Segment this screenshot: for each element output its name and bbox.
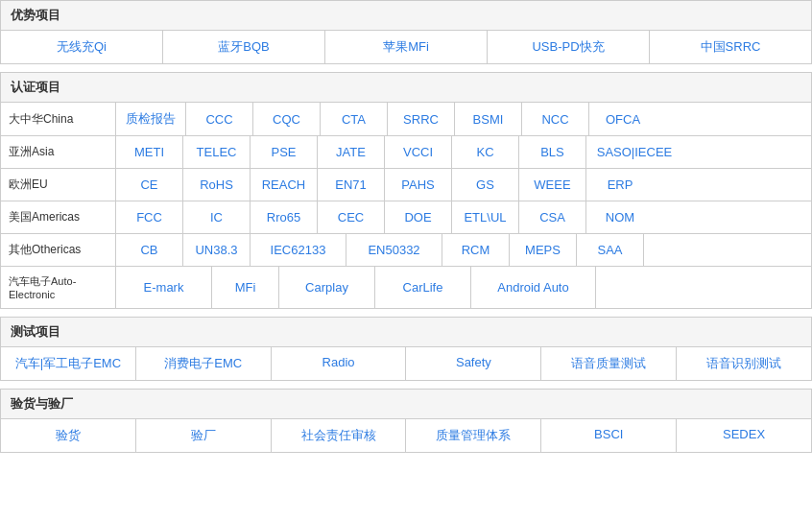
cert-cell-0-6[interactable]: NCC (522, 103, 589, 135)
cert-cell-2-5[interactable]: GS (452, 169, 519, 201)
cert-cell-5-1[interactable]: MFi (212, 267, 279, 308)
advantage-item-3[interactable]: USB-PD快充 (488, 31, 650, 63)
cert-cell-4-0[interactable]: CB (116, 234, 183, 266)
test-row: 汽车|军工电子EMC 消费电子EMC Radio Safety 语音质量测试 语… (1, 347, 811, 380)
certification-header: 认证项目 (1, 73, 811, 103)
advantage-item-1[interactable]: 蓝牙BQB (163, 31, 325, 63)
advantage-section: 优势项目 无线充Qi 蓝牙BQB 苹果MFi USB-PD快充 中国SRRC (0, 0, 812, 64)
test-item-3[interactable]: Safety (406, 347, 541, 380)
cert-row-5: 汽车电子Auto-Electronic E-mark MFi Carplay C… (1, 267, 811, 308)
cert-cells-4: CB UN38.3 IEC62133 EN50332 RCM MEPS SAA (116, 234, 811, 266)
cert-cells-2: CE RoHS REACH EN71 PAHS GS WEEE ERP (116, 169, 811, 201)
test-item-5[interactable]: 语音识别测试 (677, 347, 811, 380)
advantage-header: 优势项目 (1, 1, 811, 31)
cert-cell-2-1[interactable]: RoHS (183, 169, 251, 201)
cert-row-1: 亚洲Asia METI TELEC PSE JATE VCCI KC BLS S… (1, 136, 811, 169)
test-item-2[interactable]: Radio (272, 347, 407, 380)
cert-cell-5-0[interactable]: E-mark (116, 267, 212, 308)
cert-cell-4-3[interactable]: EN50332 (346, 234, 442, 266)
cert-cell-4-6[interactable]: SAA (577, 234, 644, 266)
cert-cells-3: FCC IC Rro65 CEC DOE ETL\UL CSA NOM (116, 201, 811, 233)
cert-row-3: 美国Americas FCC IC Rro65 CEC DOE ETL\UL C… (1, 201, 811, 234)
cert-cell-2-3[interactable]: EN71 (318, 169, 385, 201)
cert-cell-0-5[interactable]: BSMI (455, 103, 522, 135)
cert-cell-1-5[interactable]: KC (452, 136, 519, 168)
test-header: 测试项目 (1, 318, 811, 347)
inspection-item-1[interactable]: 验厂 (136, 419, 272, 452)
cert-label-4: 其他Othericas (1, 234, 116, 266)
cert-label-1: 亚洲Asia (1, 136, 116, 168)
cert-cell-1-6[interactable]: BLS (519, 136, 586, 168)
cert-cell-1-4[interactable]: VCCI (385, 136, 452, 168)
cert-row-0: 大中华China 质检报告 CCC CQC CTA SRRC BSMI NCC … (1, 103, 811, 136)
test-item-1[interactable]: 消费电子EMC (136, 347, 272, 380)
cert-cell-1-3[interactable]: JATE (318, 136, 385, 168)
test-item-0[interactable]: 汽车|军工电子EMC (1, 347, 136, 380)
cert-cell-0-7[interactable]: OFCA (589, 103, 657, 135)
cert-label-3: 美国Americas (1, 201, 116, 233)
cert-cell-0-0[interactable]: 质检报告 (116, 103, 186, 135)
cert-cell-4-5[interactable]: MEPS (510, 234, 577, 266)
cert-cell-3-2[interactable]: Rro65 (251, 201, 318, 233)
cert-cell-1-2[interactable]: PSE (251, 136, 318, 168)
cert-cell-3-3[interactable]: CEC (318, 201, 385, 233)
inspection-item-3[interactable]: 质量管理体系 (406, 419, 541, 452)
advantage-item-4[interactable]: 中国SRRC (650, 31, 811, 63)
cert-cells-0: 质检报告 CCC CQC CTA SRRC BSMI NCC OFCA (116, 103, 811, 135)
cert-label-2: 欧洲EU (1, 169, 116, 201)
cert-cell-3-0[interactable]: FCC (116, 201, 183, 233)
cert-cells-5: E-mark MFi Carplay CarLife Android Auto (116, 267, 811, 308)
cert-cells-1: METI TELEC PSE JATE VCCI KC BLS SASO|IEC… (116, 136, 811, 168)
cert-cell-2-2[interactable]: REACH (251, 169, 318, 201)
advantage-row: 无线充Qi 蓝牙BQB 苹果MFi USB-PD快充 中国SRRC (1, 31, 811, 63)
cert-cell-3-5[interactable]: ETL\UL (452, 201, 519, 233)
certification-section: 认证项目 大中华China 质检报告 CCC CQC CTA SRRC BSMI… (0, 72, 812, 309)
cert-cell-2-6[interactable]: WEEE (519, 169, 586, 201)
cert-cell-3-1[interactable]: IC (183, 201, 251, 233)
inspection-item-4[interactable]: BSCI (541, 419, 677, 452)
cert-cell-4-4[interactable]: RCM (442, 234, 510, 266)
cert-cell-5-4[interactable]: Android Auto (471, 267, 596, 308)
cert-cell-3-7[interactable]: NOM (586, 201, 654, 233)
cert-cell-3-4[interactable]: DOE (385, 201, 452, 233)
inspection-item-5[interactable]: SEDEX (677, 419, 811, 452)
cert-cell-4-7 (644, 234, 711, 266)
inspection-section: 验货与验厂 验货 验厂 社会责任审核 质量管理体系 BSCI SEDEX (0, 389, 812, 453)
cert-cell-2-4[interactable]: PAHS (385, 169, 452, 201)
cert-cell-2-0[interactable]: CE (116, 169, 183, 201)
cert-cell-3-6[interactable]: CSA (519, 201, 586, 233)
cert-cell-4-2[interactable]: IEC62133 (251, 234, 346, 266)
cert-cell-0-1[interactable]: CCC (186, 103, 253, 135)
cert-row-4: 其他Othericas CB UN38.3 IEC62133 EN50332 R… (1, 234, 811, 267)
advantage-item-2[interactable]: 苹果MFi (325, 31, 488, 63)
test-section: 测试项目 汽车|军工电子EMC 消费电子EMC Radio Safety 语音质… (0, 317, 812, 381)
inspection-row: 验货 验厂 社会责任审核 质量管理体系 BSCI SEDEX (1, 419, 811, 452)
test-item-4[interactable]: 语音质量测试 (541, 347, 677, 380)
cert-cell-5-5 (596, 267, 811, 308)
cert-cell-1-1[interactable]: TELEC (183, 136, 251, 168)
cert-label-0: 大中华China (1, 103, 116, 135)
cert-cell-0-2[interactable]: CQC (253, 103, 321, 135)
cert-label-5: 汽车电子Auto-Electronic (1, 267, 116, 308)
cert-cell-0-4[interactable]: SRRC (388, 103, 455, 135)
cert-cell-5-2[interactable]: Carplay (279, 267, 375, 308)
cert-row-2: 欧洲EU CE RoHS REACH EN71 PAHS GS WEEE ERP (1, 169, 811, 201)
cert-cell-2-7[interactable]: ERP (586, 169, 654, 201)
inspection-header: 验货与验厂 (1, 390, 811, 419)
inspection-item-2[interactable]: 社会责任审核 (272, 419, 407, 452)
advantage-item-0[interactable]: 无线充Qi (1, 31, 163, 63)
cert-cell-1-0[interactable]: METI (116, 136, 183, 168)
cert-cell-1-7[interactable]: SASO|IECEE (586, 136, 682, 168)
cert-cell-0-3[interactable]: CTA (321, 103, 388, 135)
cert-cell-4-1[interactable]: UN38.3 (183, 234, 251, 266)
cert-cell-5-3[interactable]: CarLife (375, 267, 471, 308)
inspection-item-0[interactable]: 验货 (1, 419, 136, 452)
